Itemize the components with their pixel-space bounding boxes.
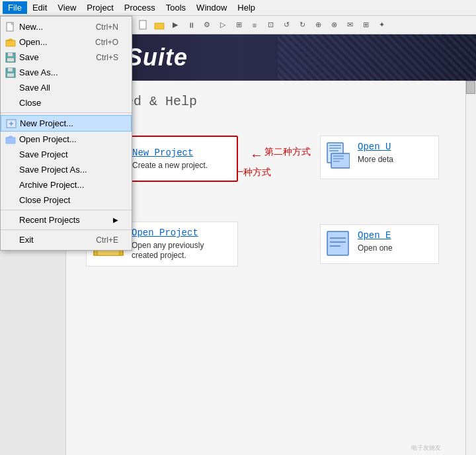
open-u-card-title[interactable]: Open U (358, 142, 393, 152)
menu-project[interactable]: Project (81, 1, 118, 14)
toolbar-t3[interactable]: ↺ (279, 18, 294, 32)
svg-rect-24 (333, 161, 340, 162)
new-project-card-desc: Create a new project. (132, 161, 208, 170)
toolbar-new[interactable] (136, 18, 151, 32)
svg-text:电子发烧友: 电子发烧友 (411, 444, 441, 451)
bottom-cards-area: Open Project Open any previously created… (86, 222, 446, 267)
toolbar-run[interactable]: ▷ (216, 18, 230, 32)
svg-rect-18 (329, 145, 341, 146)
section-header: Started & Help 第一种方式 ← (86, 94, 446, 122)
menu-view[interactable]: View (52, 1, 81, 14)
menubar: File Edit View Project Process Tools Win… (0, 0, 476, 16)
svg-rect-3 (8, 53, 13, 56)
open-project-card-text: Open Project Open any previously created… (132, 227, 232, 260)
second-method-annotation: 第二种方式 (264, 146, 311, 158)
menu-item-new-project[interactable]: New Project... (1, 115, 132, 132)
submenu-arrow-icon: ▶ (113, 216, 118, 224)
open-project-card-desc: Open any previously created project. (132, 241, 204, 260)
toolbar-t4[interactable]: ↻ (295, 18, 309, 32)
svg-rect-4 (7, 58, 14, 62)
new-icon (5, 21, 17, 33)
toolbar-t6[interactable]: ⊗ (327, 18, 341, 32)
toolbar-t5[interactable]: ⊕ (311, 18, 325, 32)
menu-item-save-all[interactable]: Save All (1, 80, 132, 95)
menu-item-recent-projects[interactable]: Recent Projects ▶ (1, 212, 132, 227)
open-e-card-title[interactable]: Open E (358, 230, 393, 241)
menu-item-close-project[interactable]: Close Project (1, 192, 132, 208)
menu-item-exit[interactable]: Exit Ctrl+E (1, 232, 132, 247)
open-e-card[interactable]: Open E Open one (320, 224, 439, 264)
scrollbar-thumb[interactable] (466, 81, 475, 94)
toolbar-stop[interactable]: ⚙ (200, 18, 214, 32)
menu-item-archive-project[interactable]: Archive Project... (1, 177, 132, 192)
menu-process[interactable]: Process (119, 1, 161, 14)
menu-item-open[interactable]: Open... Ctrl+O (1, 34, 132, 50)
open-e-card-text: Open E Open one (358, 230, 393, 253)
scrollbar[interactable] (465, 81, 476, 455)
menu-item-save-as[interactable]: Save As... (1, 65, 132, 80)
menu-help[interactable]: Help (232, 1, 260, 14)
menu-tools[interactable]: Tools (161, 1, 191, 14)
toolbar-pause[interactable]: ⏸ (184, 18, 198, 32)
menu-item-save-project[interactable]: Save Project (1, 147, 132, 162)
open-e-card-desc: Open one (358, 243, 393, 253)
menu-edit[interactable]: Edit (27, 1, 52, 14)
separator-2 (1, 210, 132, 210)
banner-bg (278, 34, 476, 81)
toolbar-step[interactable]: ⊞ (231, 18, 246, 32)
save-as-icon (5, 67, 17, 79)
toolbar-t8[interactable]: ⊞ (358, 18, 373, 32)
open-e-card-icon (326, 230, 352, 258)
menu-file[interactable]: File (3, 1, 27, 14)
svg-rect-7 (7, 73, 14, 77)
menu-item-save-project-as[interactable]: Save Project As... (1, 162, 132, 177)
open-u-card-icon (326, 142, 352, 173)
new-project-card-title[interactable]: New Project (132, 147, 208, 158)
open-u-card-text: Open U More deta (358, 142, 393, 164)
toolbar-save[interactable]: ▶ (168, 18, 182, 32)
menu-item-save[interactable]: Save Ctrl+S (1, 50, 132, 65)
toolbar-open[interactable] (152, 18, 167, 32)
top-cards-area: New Project Create a new project. ← 第二种方… (86, 136, 446, 182)
menu-item-new[interactable]: New... Ctrl+N (1, 19, 132, 34)
menu-item-open-project[interactable]: Open Project... (1, 132, 132, 147)
open-icon (5, 36, 17, 48)
svg-rect-11 (139, 21, 146, 29)
open-project-icon (5, 134, 17, 145)
menu-window[interactable]: Window (191, 1, 232, 14)
open-u-card[interactable]: Open U More deta (320, 136, 439, 179)
open-u-card-desc: More deta (358, 155, 393, 164)
open-project-card-title[interactable]: Open Project (132, 227, 232, 238)
svg-rect-22 (333, 155, 344, 157)
separator-3 (1, 229, 132, 230)
svg-rect-20 (329, 150, 338, 151)
new-project-icon (5, 118, 17, 130)
svg-rect-19 (329, 147, 341, 149)
second-arrow: ← (250, 147, 263, 163)
svg-rect-25 (327, 231, 348, 255)
separator-1 (1, 112, 132, 113)
toolbar-t9[interactable]: ✦ (374, 18, 389, 32)
file-dropdown-menu: New... Ctrl+N Open... Ctrl+O Save Ctrl+S… (0, 16, 132, 251)
new-project-card-text: New Project Create a new project. (132, 147, 208, 170)
svg-rect-23 (333, 158, 344, 159)
menu-item-close[interactable]: Close (1, 95, 132, 110)
watermark: 电子发烧友 (411, 442, 464, 454)
toolbar-t7[interactable]: ✉ (342, 18, 357, 32)
svg-rect-6 (8, 68, 13, 71)
save-icon (5, 52, 17, 63)
toolbar-t1[interactable]: ≡ (247, 18, 262, 32)
toolbar-t2[interactable]: ⊡ (263, 18, 278, 32)
